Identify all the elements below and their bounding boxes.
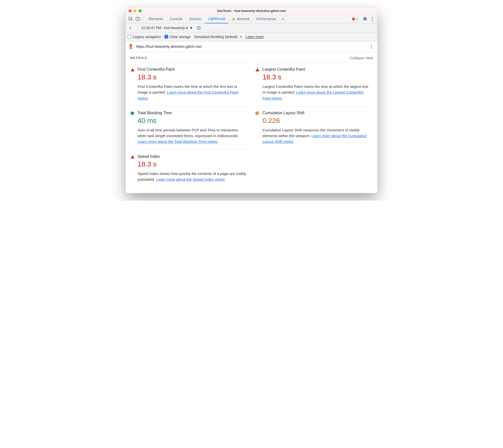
svg-point-15 [371,46,372,47]
device-toggle-icon[interactable] [135,15,142,22]
svg-point-6 [372,18,373,19]
clear-report-icon[interactable] [195,24,202,31]
tab-console[interactable]: Console [167,14,185,23]
metric-body: First Contentful Paint 18.3 s First Cont… [138,67,248,101]
svg-point-7 [372,20,373,21]
svg-rect-2 [138,18,140,21]
checkbox-icon [128,35,131,39]
report-label: 12:35:47 PM - foul-heavenly-d [141,26,188,30]
traffic-lights [126,9,142,12]
metric-value: 18.3 s [138,160,248,168]
metric-description: First Contentful Paint marks the time at… [138,84,248,101]
metric-card: First Contentful Paint 18.3 s First Cont… [130,62,248,106]
learn-more-link[interactable]: Learn more about the Largest Contentful … [262,90,363,100]
metric-value: 40 ms [138,117,248,125]
metric-body: Largest Contentful Paint 18.3 s Largest … [262,67,372,101]
learn-more-link[interactable]: Learn more about the Cumulative Layout S… [262,134,367,144]
checkbox-label: Legacy navigation [133,35,161,39]
metric-card: Total Blocking Time 40 ms Sum of all tim… [130,106,248,150]
metric-body: Speed Index 18.3 s Speed Index shows how… [138,154,248,182]
metric-card: Cumulative Layout Shift 0.226 Cumulative… [255,106,373,150]
tab-performance[interactable]: Performance [253,14,279,23]
svg-rect-4 [233,19,234,20]
status-orange-icon [255,112,259,115]
metric-card: Speed Index 18.3 s Speed Index shows how… [130,150,248,187]
tab-sources[interactable]: Sources [186,14,205,23]
learn-more-link[interactable]: Learn more about the Speed Index metric [156,177,225,181]
metric-value: 18.3 s [262,73,372,81]
metrics-section: METRICS Collapse view First Contentful P… [126,52,377,193]
clear-storage-checkbox[interactable]: ✓ Clear storage [164,35,191,39]
throttle-label: Simulated throttling (default) [194,35,238,39]
learn-more-link[interactable]: Learn more about the Total Blocking Time… [138,139,218,144]
tab-label: Lighthouse [208,17,225,21]
tab-label: Sources [189,17,202,21]
metric-title: Largest Contentful Paint [262,67,372,72]
svg-rect-11 [130,45,132,46]
status-red-icon [255,68,259,72]
svg-rect-13 [130,47,132,47]
chevron-down-icon: ▼ [190,26,193,30]
tab-lighthouse[interactable]: Lighthouse [205,15,228,23]
settings-gear-icon[interactable] [361,15,368,22]
metric-body: Total Blocking Time 40 ms Sum of all tim… [138,111,248,145]
new-report-button[interactable]: ＋ [128,25,133,31]
metrics-header: METRICS Collapse view [130,56,373,62]
status-green-icon [131,112,135,115]
metric-value: 0.226 [262,117,372,125]
metric-body: Cumulative Layout Shift 0.226 Cumulative… [262,111,372,145]
checkbox-label: Clear storage [170,35,191,39]
divider [137,25,137,30]
page-url: https://foul-heavenly-direction.glitch.m… [136,44,202,49]
warning-icon [232,17,235,21]
error-count: 4 [356,17,358,21]
svg-line-9 [198,27,200,29]
collapse-view-button[interactable]: Collapse view [350,56,373,60]
checkbox-checked-icon: ✓ [164,35,168,39]
devtools-tabs: Elements Console Sources Lighthouse Netw… [126,14,377,23]
metric-description: Largest Contentful Paint marks the time … [262,84,372,101]
close-window-button[interactable] [129,9,132,12]
learn-more-link[interactable]: Learn more about the First Contentful Pa… [138,90,238,100]
divider [144,16,144,21]
tab-label: Network [237,17,250,21]
lighthouse-logo-icon [128,44,134,49]
kebab-menu-icon[interactable] [369,15,376,22]
svg-point-5 [372,17,373,18]
url-bar: https://foul-heavenly-direction.glitch.m… [126,41,377,52]
metric-card: Largest Contentful Paint 18.3 s Largest … [255,62,373,106]
maximize-window-button[interactable] [139,9,142,12]
more-tabs-icon[interactable]: » [279,15,286,22]
report-menu-icon[interactable] [368,43,375,50]
svg-point-16 [371,48,372,48]
minimize-window-button[interactable] [134,9,137,12]
status-red-icon [131,68,135,72]
svg-marker-12 [130,44,132,45]
report-toolbar: ＋ 12:35:47 PM - foul-heavenly-d ▼ [126,23,377,32]
titlebar: DevTools - foul-heavenly-direction.glitc… [126,7,377,14]
metric-description: Speed Index shows how quickly the conten… [138,171,248,182]
error-count-badge[interactable]: ✕ 4 [350,17,359,21]
metric-title: First Contentful Paint [138,67,248,72]
status-red-icon [131,155,135,159]
metric-title: Total Blocking Time [138,111,248,115]
tab-label: Elements [149,17,163,21]
devtools-window: DevTools - foul-heavenly-direction.glitc… [126,7,377,193]
report-selector[interactable]: 12:35:47 PM - foul-heavenly-d ▼ [141,26,193,30]
tab-network[interactable]: Network [229,14,252,23]
metric-title: Cumulative Layout Shift [262,111,372,115]
metric-description: Sum of all time periods between FCP and … [138,127,248,145]
metrics-grid: First Contentful Paint 18.3 s First Cont… [130,62,373,187]
error-icon: ✕ [352,17,355,20]
throttling-selector[interactable]: Simulated throttling (default) ▼ [194,35,242,39]
chevron-down-icon: ▼ [240,35,242,38]
metric-description: Cumulative Layout Shift measures the mov… [262,127,372,145]
svg-point-14 [371,45,372,45]
inspect-element-icon[interactable] [127,15,134,22]
svg-rect-3 [233,18,234,19]
learn-more-link[interactable]: Learn more [246,35,264,39]
metric-title: Speed Index [138,154,248,159]
tab-elements[interactable]: Elements [146,14,166,23]
legacy-nav-checkbox[interactable]: Legacy navigation [128,35,161,39]
tab-label: Console [170,17,182,21]
